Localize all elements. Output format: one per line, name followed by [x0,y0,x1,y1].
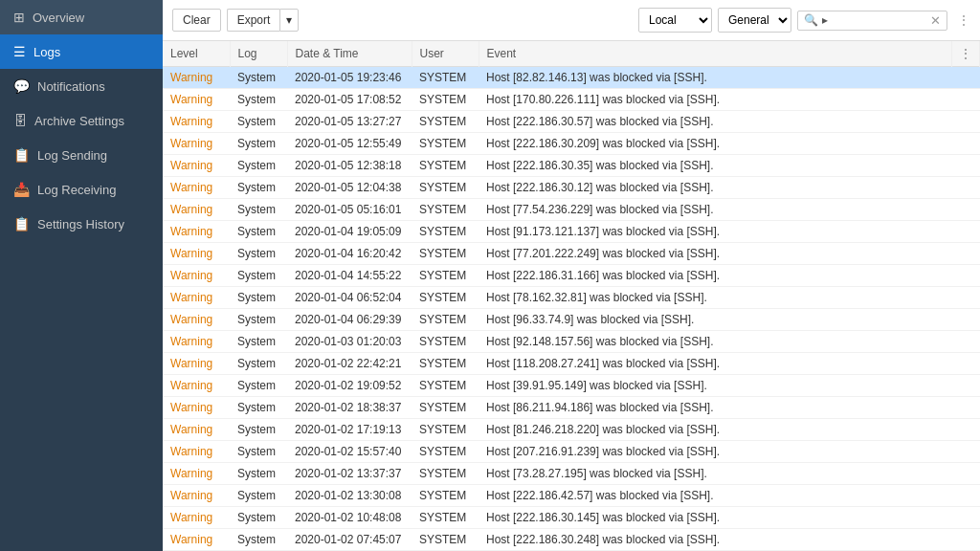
cell-event: Host [92.148.157.56] was blocked via [SS… [479,331,952,353]
cell-options [952,529,980,551]
sidebar-item-notifications[interactable]: 💬Notifications [0,69,163,103]
table-row[interactable]: WarningSystem2020-01-05 12:38:18SYSTEMHo… [163,155,980,177]
toolbar: Clear Export ▾ LocalRemote GeneralSystem… [163,0,980,41]
sidebar-item-archive-settings[interactable]: 🗄Archive Settings [0,103,163,138]
cell-datetime: 2020-01-04 06:29:39 [287,309,412,331]
export-dropdown-button[interactable]: ▾ [279,9,299,32]
cell-level: Warning [163,67,230,89]
cell-user: SYSTEM [412,375,479,397]
log-receiving-icon: 📥 [13,182,30,197]
clear-button[interactable]: Clear [172,9,221,32]
cell-datetime: 2020-01-02 07:45:07 [287,529,412,551]
export-button[interactable]: Export [227,9,280,32]
cell-level: Warning [163,111,230,133]
cell-user: SYSTEM [412,133,479,155]
table-row[interactable]: WarningSystem2020-01-02 10:48:08SYSTEMHo… [163,507,980,529]
sidebar-item-settings-history[interactable]: 📋Settings History [0,207,163,241]
cell-user: SYSTEM [412,265,479,287]
cell-datetime: 2020-01-02 18:38:37 [287,397,412,419]
options-icon[interactable]: ⋮ [957,12,970,28]
table-row[interactable]: WarningSystem2020-01-02 15:57:40SYSTEMHo… [163,441,980,463]
cell-event: Host [222.186.42.57] was blocked via [SS… [479,485,952,507]
cell-options [952,265,980,287]
cell-user: SYSTEM [412,89,479,111]
table-row[interactable]: WarningSystem2020-01-04 06:29:39SYSTEMHo… [163,309,980,331]
col-header-event: Event [479,41,952,67]
table-row[interactable]: WarningSystem2020-01-04 06:52:04SYSTEMHo… [163,287,980,309]
cell-level: Warning [163,353,230,375]
cell-options [952,353,980,375]
cell-event: Host [222.186.31.166] was blocked via [S… [479,265,952,287]
cell-user: SYSTEM [412,397,479,419]
cell-level: Warning [163,507,230,529]
cell-user: SYSTEM [412,243,479,265]
category-select[interactable]: GeneralSystemFirewall [718,8,791,33]
log-table: Level Log Date & Time User Event ⋮ Warni… [163,41,980,551]
table-row[interactable]: WarningSystem2020-01-02 07:45:07SYSTEMHo… [163,529,980,551]
col-header-level: Level [163,41,230,67]
cell-user: SYSTEM [412,221,479,243]
table-row[interactable]: WarningSystem2020-01-03 01:20:03SYSTEMHo… [163,331,980,353]
table-row[interactable]: WarningSystem2020-01-02 13:37:37SYSTEMHo… [163,463,980,485]
cell-options [952,507,980,529]
cell-event: Host [77.201.222.249] was blocked via [S… [479,243,952,265]
cell-log: System [230,375,287,397]
table-row[interactable]: WarningSystem2020-01-02 22:42:21SYSTEMHo… [163,353,980,375]
cell-user: SYSTEM [412,155,479,177]
cell-log: System [230,155,287,177]
cell-datetime: 2020-01-04 19:05:09 [287,221,412,243]
search-box: 🔍 ▸ blocked ✕ [797,11,947,31]
sidebar-item-log-receiving[interactable]: 📥Log Receiving [0,172,163,207]
cell-log: System [230,529,287,551]
cell-user: SYSTEM [412,177,479,199]
cell-datetime: 2020-01-04 16:20:42 [287,243,412,265]
cell-user: SYSTEM [412,199,479,221]
cell-event: Host [77.54.236.229] was blocked via [SS… [479,199,952,221]
cell-level: Warning [163,265,230,287]
cell-log: System [230,287,287,309]
cell-event: Host [222.186.30.145] was blocked via [S… [479,507,952,529]
cell-user: SYSTEM [412,353,479,375]
table-row[interactable]: WarningSystem2020-01-02 19:09:52SYSTEMHo… [163,375,980,397]
cell-level: Warning [163,331,230,353]
table-row[interactable]: WarningSystem2020-01-02 13:30:08SYSTEMHo… [163,485,980,507]
log-sending-icon: 📋 [13,147,30,163]
table-row[interactable]: WarningSystem2020-01-04 19:05:09SYSTEMHo… [163,221,980,243]
cell-options [952,331,980,353]
cell-log: System [230,419,287,441]
search-clear-icon[interactable]: ✕ [930,13,941,28]
cell-options [952,485,980,507]
cell-event: Host [78.162.32.81] was blocked via [SSH… [479,287,952,309]
table-row[interactable]: WarningSystem2020-01-04 14:55:22SYSTEMHo… [163,265,980,287]
table-row[interactable]: WarningSystem2020-01-05 12:04:38SYSTEMHo… [163,177,980,199]
source-select[interactable]: LocalRemote [638,8,712,33]
table-row[interactable]: WarningSystem2020-01-02 18:38:37SYSTEMHo… [163,397,980,419]
table-row[interactable]: WarningSystem2020-01-02 17:19:13SYSTEMHo… [163,419,980,441]
cell-datetime: 2020-01-04 06:52:04 [287,287,412,309]
cell-user: SYSTEM [412,529,479,551]
cell-user: SYSTEM [412,331,479,353]
cell-level: Warning [163,397,230,419]
cell-options [952,177,980,199]
table-row[interactable]: WarningSystem2020-01-05 13:27:27SYSTEMHo… [163,111,980,133]
cell-datetime: 2020-01-05 19:23:46 [287,67,412,89]
sidebar-item-log-sending[interactable]: 📋Log Sending [0,138,163,172]
search-input[interactable]: blocked [831,13,926,27]
cell-user: SYSTEM [412,419,479,441]
cell-options [952,375,980,397]
col-header-options[interactable]: ⋮ [952,41,980,67]
cell-options [952,133,980,155]
table-row[interactable]: WarningSystem2020-01-04 16:20:42SYSTEMHo… [163,243,980,265]
cell-event: Host [222.186.30.248] was blocked via [S… [479,529,952,551]
sidebar-item-logs[interactable]: ☰Logs [0,34,163,69]
table-row[interactable]: WarningSystem2020-01-05 05:16:01SYSTEMHo… [163,199,980,221]
cell-datetime: 2020-01-02 15:57:40 [287,441,412,463]
cell-datetime: 2020-01-04 14:55:22 [287,265,412,287]
table-row[interactable]: WarningSystem2020-01-05 12:55:49SYSTEMHo… [163,133,980,155]
cell-event: Host [73.28.27.195] was blocked via [SSH… [479,463,952,485]
table-row[interactable]: WarningSystem2020-01-05 19:23:46SYSTEMHo… [163,67,980,89]
cell-options [952,155,980,177]
sidebar-item-overview[interactable]: ⊞Overview [0,0,163,34]
cell-user: SYSTEM [412,287,479,309]
table-row[interactable]: WarningSystem2020-01-05 17:08:52SYSTEMHo… [163,89,980,111]
